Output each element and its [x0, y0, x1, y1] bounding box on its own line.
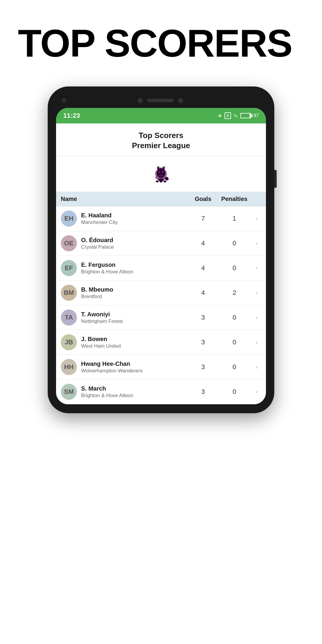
- svg-point-9: [163, 180, 166, 182]
- player-avatar: BM: [61, 285, 77, 301]
- player-goals: 7: [190, 215, 216, 222]
- player-goals: 3: [190, 338, 216, 346]
- row-arrow-icon: ›: [252, 363, 261, 370]
- col-header-name: Name: [61, 196, 190, 202]
- player-team: Nottingham Forest: [81, 318, 190, 324]
- app-header-title: Top Scorers Premier League: [62, 131, 260, 151]
- player-penalties: 0: [216, 239, 252, 247]
- player-penalties: 0: [216, 338, 252, 346]
- sensor-dot-right: [178, 98, 183, 103]
- table-row[interactable]: HH Hwang Hee-Chan Wolverhampton Wanderer…: [56, 355, 266, 380]
- player-team: Brighton & Hove Albion: [81, 269, 190, 275]
- page-wrapper: TOP SCORERS 11:23 ∗: [0, 0, 322, 644]
- player-avatar: TA: [61, 309, 77, 326]
- wifi-icon: ∿: [233, 112, 238, 119]
- player-penalties: 0: [216, 363, 252, 371]
- player-goals: 3: [190, 314, 216, 321]
- table-header: Name Goals Penalties: [56, 192, 266, 206]
- table-row[interactable]: EF E. Ferguson Brighton & Hove Albion 4 …: [56, 256, 266, 281]
- player-avatar: HH: [61, 359, 77, 375]
- player-info: J. Bowen West Ham United: [81, 335, 190, 349]
- phone-mockup: 11:23 ∗ ✕ ∿ 97 Top Scor: [48, 86, 274, 413]
- player-avatar: OE: [61, 235, 77, 251]
- speaker-grille: [147, 99, 174, 102]
- player-name: J. Bowen: [81, 335, 190, 343]
- bluetooth-icon: ∗: [218, 112, 222, 119]
- table-row[interactable]: SM S. March Brighton & Hove Albion 3 0 ›: [56, 380, 266, 404]
- player-goals: 3: [190, 363, 216, 371]
- player-team: Manchester City: [81, 219, 190, 225]
- premier-league-logo: [149, 162, 173, 186]
- player-info: E. Ferguson Brighton & Hove Albion: [81, 261, 190, 275]
- league-logo-area: [56, 156, 266, 192]
- table-row[interactable]: TA T. Awoniyi Nottingham Forest 3 0 ›: [56, 305, 266, 330]
- player-team: Crystal Palace: [81, 244, 190, 250]
- battery-icon: [240, 113, 251, 118]
- row-arrow-icon: ›: [252, 388, 261, 395]
- player-name: E. Ferguson: [81, 261, 190, 268]
- row-arrow-icon: ›: [252, 289, 261, 296]
- sim-icon: ✕: [225, 112, 231, 119]
- player-goals: 4: [190, 264, 216, 272]
- col-header-goals: Goals: [190, 196, 216, 202]
- battery-fill: [241, 114, 250, 118]
- player-goals: 3: [190, 388, 216, 396]
- player-name: T. Awoniyi: [81, 311, 190, 318]
- player-penalties: 0: [216, 314, 252, 321]
- power-button: [274, 170, 277, 188]
- front-camera-icon: [62, 98, 66, 103]
- player-name: O. Édouard: [81, 236, 190, 244]
- page-title: TOP SCORERS: [18, 24, 304, 63]
- phone-screen: 11:23 ∗ ✕ ∿ 97 Top Scor: [56, 108, 266, 404]
- player-penalties: 0: [216, 388, 252, 396]
- col-header-penalties: Penalties: [216, 196, 252, 202]
- player-penalties: 0: [216, 264, 252, 272]
- player-name: Hwang Hee-Chan: [81, 360, 190, 367]
- player-goals: 4: [190, 239, 216, 247]
- player-info: S. March Brighton & Hove Albion: [81, 385, 190, 399]
- player-info: T. Awoniyi Nottingham Forest: [81, 311, 190, 324]
- table-row[interactable]: JB J. Bowen West Ham United 3 0 ›: [56, 330, 266, 355]
- table-row[interactable]: BM B. Mbeumo Brentford 4 2 ›: [56, 281, 266, 305]
- players-list: EH E. Haaland Manchester City 7 1 › OE O…: [56, 206, 266, 404]
- player-avatar: SM: [61, 384, 77, 400]
- status-time: 11:23: [63, 112, 80, 120]
- row-arrow-icon: ›: [252, 264, 261, 271]
- status-icons: ∗ ✕ ∿ 97: [218, 112, 259, 119]
- player-avatar: EF: [61, 260, 77, 276]
- player-info: Hwang Hee-Chan Wolverhampton Wanderers: [81, 360, 190, 374]
- sensor-dot-left: [137, 98, 143, 103]
- player-avatar: EH: [61, 210, 77, 227]
- player-team: Wolverhampton Wanderers: [81, 368, 190, 374]
- table-row[interactable]: OE O. Édouard Crystal Palace 4 0 ›: [56, 231, 266, 256]
- row-arrow-icon: ›: [252, 215, 261, 222]
- player-penalties: 2: [216, 289, 252, 297]
- page-title-section: TOP SCORERS: [0, 0, 322, 75]
- player-name: S. March: [81, 385, 190, 392]
- row-arrow-icon: ›: [252, 314, 261, 321]
- player-team: West Ham United: [81, 343, 190, 349]
- phone-frame: 11:23 ∗ ✕ ∿ 97 Top Scor: [48, 86, 274, 413]
- player-info: B. Mbeumo Brentford: [81, 286, 190, 300]
- player-name: E. Haaland: [81, 212, 190, 219]
- player-team: Brentford: [81, 294, 190, 300]
- svg-point-8: [156, 180, 159, 182]
- player-info: E. Haaland Manchester City: [81, 212, 190, 225]
- table-row[interactable]: EH E. Haaland Manchester City 7 1 ›: [56, 206, 266, 231]
- status-bar: 11:23 ∗ ✕ ∿ 97: [56, 108, 266, 123]
- phone-sensors: [137, 98, 183, 103]
- battery-tip: [251, 114, 253, 117]
- phone-top-bar: [56, 95, 266, 108]
- row-arrow-icon: ›: [252, 240, 261, 247]
- row-arrow-icon: ›: [252, 339, 261, 346]
- player-avatar: JB: [61, 334, 77, 350]
- player-name: B. Mbeumo: [81, 286, 190, 293]
- player-info: O. Édouard Crystal Palace: [81, 236, 190, 250]
- app-header: Top Scorers Premier League: [56, 123, 266, 156]
- player-team: Brighton & Hove Albion: [81, 393, 190, 399]
- player-goals: 4: [190, 289, 216, 297]
- battery-percent: 97: [253, 113, 259, 118]
- player-penalties: 1: [216, 215, 252, 222]
